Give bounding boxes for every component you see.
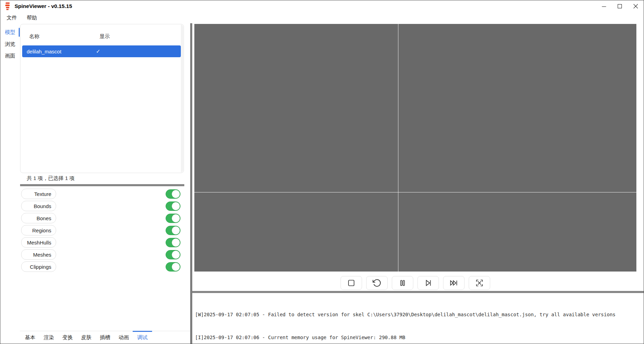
tab-label: 皮肤 <box>81 334 91 341</box>
sidebar-tab-browse[interactable]: 浏览 <box>0 40 20 48</box>
tab-label: 变换 <box>62 334 73 341</box>
debug-toggle-row: Bones <box>20 213 190 223</box>
regions-toggle-switch[interactable] <box>166 226 180 235</box>
fullscreen-button[interactable] <box>469 276 490 290</box>
bottom-tab-render[interactable]: 渲染 <box>44 331 54 344</box>
debug-toggle-row: Clippings <box>20 261 190 272</box>
regions-label-button[interactable]: Regions <box>21 225 56 235</box>
log-output[interactable]: [W]2025-09-17 02:07:05 - Failed to detec… <box>192 293 644 344</box>
debug-toggle-row: Bounds <box>20 201 190 211</box>
bones-label-button[interactable]: Bones <box>21 213 56 223</box>
bottom-tab-basic[interactable]: 基本 <box>25 331 35 344</box>
toggle-knob <box>171 226 180 235</box>
fast-forward-icon <box>449 278 459 288</box>
toggle-knob <box>171 190 180 198</box>
pause-icon <box>398 278 407 288</box>
list-summary: 共 1 项，已选择 1 项 <box>20 173 190 183</box>
clippings-label-button[interactable]: Clippings <box>21 261 56 272</box>
tab-label: 插槽 <box>100 334 110 341</box>
debug-toggle-row: Meshes <box>20 249 190 260</box>
list-header-name: 名称 <box>29 33 99 40</box>
bounds-label-button[interactable]: Bounds <box>21 201 56 211</box>
visible-check-icon[interactable]: ✓ <box>96 48 100 54</box>
menu-item-file[interactable]: 文件 <box>7 15 17 21</box>
fullscreen-icon <box>475 278 484 288</box>
tab-label: 动画 <box>118 334 129 341</box>
tab-label: 渲染 <box>44 334 54 341</box>
list-scrollbar[interactable] <box>181 25 183 172</box>
spine-logo-icon <box>5 2 10 10</box>
sidebar-tab-screen[interactable]: 画面 <box>0 52 20 60</box>
fast-forward-button[interactable] <box>443 276 465 290</box>
sidebar-tab-browse-label: 浏览 <box>5 41 15 48</box>
minimize-button[interactable] <box>596 0 612 12</box>
meshhulls-label-button[interactable]: MeshHulls <box>21 237 56 248</box>
menu-item-help[interactable]: 帮助 <box>27 15 37 21</box>
axis-horizontal-line <box>194 192 636 192</box>
viewport-canvas[interactable] <box>194 24 636 272</box>
restart-icon <box>372 278 381 287</box>
bones-toggle-switch[interactable] <box>166 214 180 223</box>
debug-toggle-row: Regions <box>20 225 190 235</box>
texture-toggle-switch[interactable] <box>166 189 180 199</box>
bottom-tab-transform[interactable]: 变换 <box>62 331 73 344</box>
step-forward-button[interactable] <box>417 276 439 290</box>
active-tab-indicator <box>133 331 152 332</box>
debug-toggle-panel: Texture Bounds Bones Regions MeshHulls <box>20 186 190 272</box>
bottom-tab-bar: 基本 渲染 变换 皮肤 插槽 动画 调试 <box>20 331 190 344</box>
bounds-toggle-switch[interactable] <box>166 201 180 211</box>
main-content: 模型 浏览 画面 名称 显示 delilah_mascot ✓ <box>0 23 644 344</box>
sidebar-tab-model[interactable]: 模型 <box>0 28 20 36</box>
menu-bar: 文件 帮助 <box>0 12 644 23</box>
texture-label-button[interactable]: Texture <box>21 189 56 199</box>
clippings-toggle-switch[interactable] <box>166 262 180 272</box>
title-bar: SpineViewer - v0.15.15 <box>0 0 644 12</box>
toggle-knob <box>171 238 180 247</box>
bottom-tab-skin[interactable]: 皮肤 <box>81 331 91 344</box>
toggle-knob <box>171 214 180 223</box>
minimize-icon <box>602 4 606 9</box>
sidebar-tab-model-label: 模型 <box>5 29 15 36</box>
model-row-selected[interactable]: delilah_mascot ✓ <box>22 45 181 57</box>
model-list: 名称 显示 delilah_mascot ✓ <box>20 24 184 173</box>
app-window: SpineViewer - v0.15.15 文件 帮助 模型 浏览 <box>0 0 644 344</box>
bottom-tab-slot[interactable]: 插槽 <box>100 331 110 344</box>
window-controls <box>596 0 644 12</box>
window-title: SpineViewer - v0.15.15 <box>15 3 72 9</box>
toggle-knob <box>171 263 180 271</box>
model-name: delilah_mascot <box>27 49 96 54</box>
debug-toggle-row: Texture <box>20 189 190 199</box>
maximize-button[interactable] <box>612 0 628 12</box>
meshes-toggle-switch[interactable] <box>166 250 180 259</box>
bottom-tab-debug[interactable]: 调试 <box>137 331 148 344</box>
pause-button[interactable] <box>392 276 413 290</box>
sidebar-tab-screen-label: 画面 <box>5 53 15 59</box>
meshhulls-toggle-switch[interactable] <box>166 238 180 247</box>
close-icon <box>633 4 638 9</box>
side-tab-strip: 模型 浏览 画面 <box>0 23 20 344</box>
step-forward-icon <box>423 278 433 288</box>
viewer-panel: [W]2025-09-17 02:07:05 - Failed to detec… <box>192 23 644 344</box>
tab-label: 调试 <box>137 334 148 341</box>
log-line: [I]2025-09-17 02:07:06 - Current memory … <box>195 334 644 341</box>
bottom-tab-animation[interactable]: 动画 <box>118 331 129 344</box>
restart-button[interactable] <box>366 276 388 290</box>
tab-label: 基本 <box>25 334 35 341</box>
list-header-visible: 显示 <box>99 33 110 40</box>
stop-icon <box>346 278 356 288</box>
log-line: [W]2025-09-17 02:07:05 - Failed to detec… <box>195 311 644 318</box>
list-header: 名称 显示 <box>20 24 184 40</box>
toggle-knob <box>171 250 180 259</box>
axis-vertical-line <box>398 24 398 272</box>
stop-button[interactable] <box>341 276 362 290</box>
playback-controls <box>194 276 636 290</box>
model-panel: 名称 显示 delilah_mascot ✓ 共 1 项，已选择 1 项 Tex… <box>20 23 190 344</box>
active-tab-indicator <box>19 28 20 37</box>
meshes-label-button[interactable]: Meshes <box>21 249 56 260</box>
toggle-knob <box>171 202 180 210</box>
close-button[interactable] <box>628 0 644 12</box>
debug-toggle-row: MeshHulls <box>20 237 190 248</box>
maximize-icon <box>617 4 622 9</box>
